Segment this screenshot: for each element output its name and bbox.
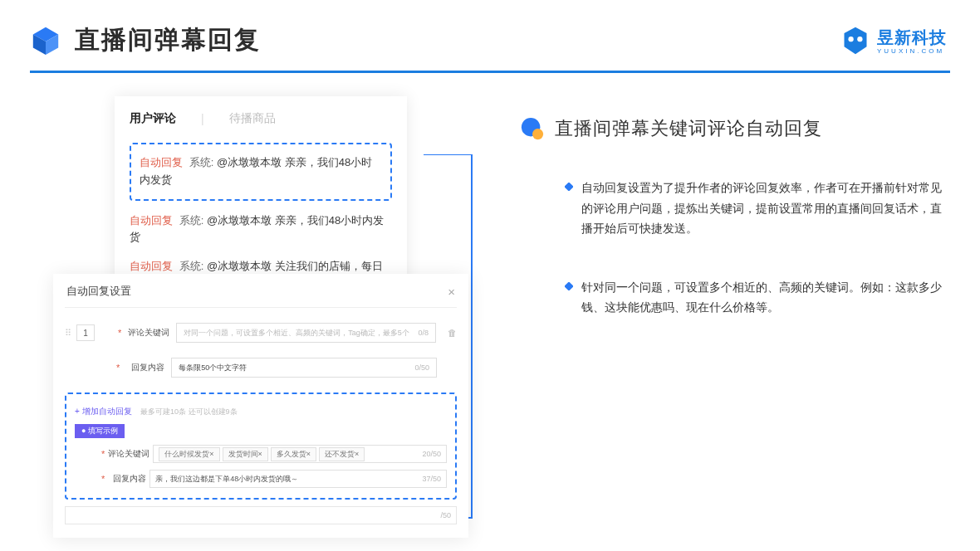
settings-dialog: 自动回复设置 × ⠿ 1 * 评论关键词 对同一个问题，可设置多个相近、高频的关… bbox=[53, 274, 468, 538]
example-keyword-input[interactable]: 什么时候发货× 发货时间× 多久发货× 还不发货× 20/50 bbox=[153, 445, 447, 463]
header-left: 直播间弹幕回复 bbox=[30, 23, 261, 57]
delete-icon[interactable]: 🗑 bbox=[448, 328, 457, 338]
auto-reply-badge: 自动回复 bbox=[130, 214, 173, 227]
auto-reply-badge: 自动回复 bbox=[140, 156, 183, 168]
svg-point-6 bbox=[532, 129, 543, 139]
tab-products[interactable]: 待播商品 bbox=[229, 111, 276, 126]
brand-sub: YUUXIN.COM bbox=[877, 47, 944, 55]
tag[interactable]: 还不发货× bbox=[319, 447, 365, 461]
chat-bubble-icon bbox=[520, 116, 545, 141]
tag[interactable]: 多久发货× bbox=[271, 447, 316, 461]
keyword-label: 评论关键词 bbox=[128, 327, 169, 339]
header: 直播间弹幕回复 昱新科技 YUUXIN.COM bbox=[0, 0, 980, 67]
bullet-2: 针对同一个问题，可设置多个相近的、高频的关键词。例如：这款多少钱、这块能优惠吗、… bbox=[520, 277, 948, 318]
close-icon[interactable]: × bbox=[448, 285, 455, 299]
rule-index: 1 bbox=[76, 324, 95, 341]
highlighted-comment: 自动回复 系统: @冰墩墩本墩 亲亲，我们48小时内发货 bbox=[130, 143, 392, 201]
brand: 昱新科技 YUUXIN.COM bbox=[840, 26, 947, 56]
svg-rect-8 bbox=[565, 282, 573, 290]
auto-reply-badge: 自动回复 bbox=[130, 260, 173, 272]
tab-comments[interactable]: 用户评论 bbox=[130, 111, 176, 126]
extra-count: /50 bbox=[65, 506, 457, 524]
drag-handle-icon[interactable]: ⠿ bbox=[65, 328, 70, 339]
example-keyword-row: * 评论关键词 什么时候发货× 发货时间× 多久发货× 还不发货× 20/50 bbox=[75, 445, 447, 463]
left-column: 用户评论 | 待播商品 自动回复 系统: @冰墩墩本墩 亲亲，我们48小时内发货… bbox=[58, 96, 482, 356]
page-title: 直播间弹幕回复 bbox=[75, 23, 261, 57]
diamond-icon bbox=[565, 282, 573, 290]
content-input[interactable]: 每条限50个中文字符 0/50 bbox=[171, 358, 437, 378]
add-hint: 最多可建10条 还可以创建9条 bbox=[140, 407, 238, 416]
add-rule-link[interactable]: + 增加自动回复 bbox=[75, 407, 132, 416]
svg-point-3 bbox=[848, 37, 853, 41]
tag[interactable]: 什么时候发货× bbox=[159, 447, 219, 461]
diamond-icon bbox=[565, 183, 573, 191]
right-column: 直播间弹幕关键词评论自动回复 自动回复设置为了提升作者的评论回复效率，作者可在开… bbox=[520, 96, 948, 356]
svg-rect-7 bbox=[565, 183, 573, 191]
section-title: 直播间弹幕关键词评论自动回复 bbox=[555, 116, 822, 141]
tabs: 用户评论 | 待播商品 bbox=[130, 111, 392, 126]
brand-name: 昱新科技 bbox=[877, 27, 947, 49]
keyword-input[interactable]: 对同一个问题，可设置多个相近、高频的关键词，Tag确定，最多5个 0/8 bbox=[176, 323, 436, 343]
brand-logo-icon bbox=[840, 26, 870, 56]
example-section: + 增加自动回复 最多可建10条 还可以创建9条 ● 填写示例 * 评论关键词 … bbox=[65, 393, 457, 500]
cube-icon bbox=[30, 25, 61, 56]
example-content-row: * 回复内容 亲，我们这边都是下单48小时内发货的哦～ 37/50 bbox=[75, 470, 447, 488]
example-badge: ● 填写示例 bbox=[75, 424, 125, 438]
svg-point-4 bbox=[857, 37, 862, 41]
content-label: 回复内容 bbox=[126, 362, 164, 373]
tag[interactable]: 发货时间× bbox=[223, 447, 268, 461]
dialog-title: 自动回复设置 bbox=[66, 284, 131, 299]
example-content-input[interactable]: 亲，我们这边都是下单48小时内发货的哦～ 37/50 bbox=[149, 470, 447, 488]
section-head: 直播间弹幕关键词评论自动回复 bbox=[520, 116, 948, 141]
keyword-row: ⠿ 1 * 评论关键词 对同一个问题，可设置多个相近、高频的关键词，Tag确定，… bbox=[65, 323, 457, 343]
bullet-1: 自动回复设置为了提升作者的评论回复效率，作者可在开播前针对常见的评论用户问题，提… bbox=[520, 178, 948, 239]
content-row: * 回复内容 每条限50个中文字符 0/50 bbox=[65, 358, 457, 378]
